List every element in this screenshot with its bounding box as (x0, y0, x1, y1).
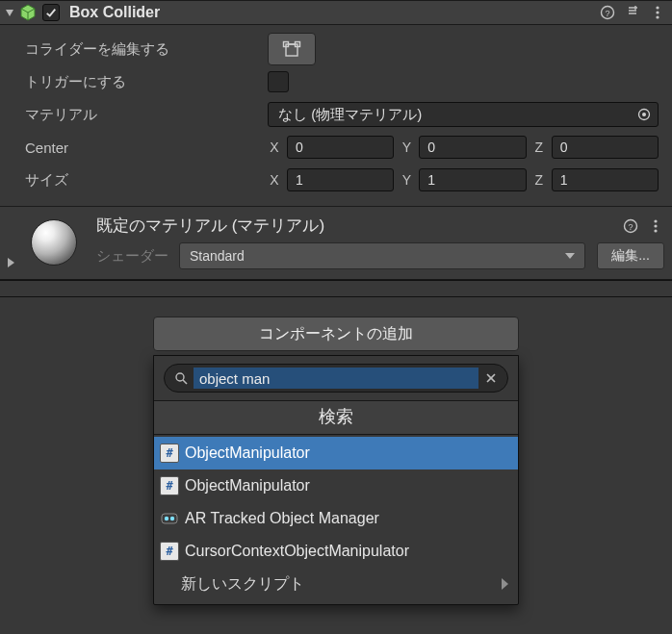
search-result[interactable]: #ObjectManipulator (154, 469, 518, 502)
axis-z-label: Z (532, 139, 546, 155)
foldout-icon[interactable] (6, 10, 13, 16)
svg-point-15 (654, 229, 657, 232)
ar-icon (160, 509, 179, 528)
svg-rect-5 (286, 44, 297, 56)
help-icon[interactable]: ? (599, 4, 616, 21)
result-label: ObjectManipulator (185, 444, 310, 462)
search-bar (164, 364, 508, 393)
svg-rect-20 (162, 514, 177, 523)
csharp-script-icon: # (160, 542, 179, 561)
search-results: #ObjectManipulator#ObjectManipulatorAR T… (154, 435, 518, 604)
svg-line-17 (183, 380, 187, 384)
size-x-field[interactable]: 1 (287, 168, 394, 191)
edit-shader-button[interactable]: 編集... (597, 242, 664, 269)
svg-point-13 (654, 219, 657, 222)
chevron-right-icon (502, 578, 508, 590)
result-label: AR Tracked Object Manager (185, 510, 379, 527)
chevron-down-icon (565, 253, 575, 259)
new-script-label: 新しいスクリプト (181, 574, 304, 595)
phys-material-value: なし (物理マテリアル) (278, 106, 422, 124)
svg-point-14 (654, 224, 657, 227)
svg-text:?: ? (605, 9, 609, 18)
add-component-popup: 検索 #ObjectManipulator#ObjectManipulatorA… (153, 355, 519, 605)
component-cube-icon (19, 4, 37, 21)
search-result[interactable]: AR Tracked Object Manager (154, 502, 518, 535)
csharp-script-icon: # (160, 444, 179, 463)
search-result[interactable]: #ObjectManipulator (154, 437, 518, 469)
result-label: CursorContextObjectManipulator (185, 543, 409, 560)
new-script-row[interactable]: 新しいスクリプト (154, 568, 518, 600)
material-preview-sphere (31, 219, 77, 266)
kebab-icon[interactable] (649, 4, 666, 21)
center-x-field[interactable]: 0 (287, 136, 394, 159)
enable-checkbox[interactable] (42, 4, 60, 21)
clear-icon[interactable] (484, 371, 498, 385)
object-picker-icon[interactable] (634, 105, 654, 124)
svg-point-2 (656, 6, 659, 9)
csharp-script-icon: # (160, 476, 179, 495)
size-z-field[interactable]: 1 (552, 168, 659, 191)
separator (0, 296, 672, 297)
popup-header: 検索 (154, 400, 518, 435)
phys-material-field[interactable]: なし (物理マテリアル) (268, 102, 659, 127)
axis-x-label: X (268, 139, 281, 155)
svg-point-3 (656, 11, 659, 13)
edit-collider-label: コライダーを編集する (25, 40, 268, 59)
is-trigger-label: トリガーにする (25, 73, 268, 91)
shader-label: シェーダー (96, 247, 179, 266)
size-label: サイズ (25, 171, 268, 190)
svg-point-22 (170, 517, 174, 520)
svg-point-21 (165, 517, 168, 520)
phys-material-label: マテリアル (25, 106, 268, 124)
add-component-button[interactable]: コンポーネントの追加 (153, 317, 519, 351)
help-icon[interactable]: ? (622, 217, 639, 235)
material-section: 既定のマテリアル (マテリアル) ? シェーダー Standard 編集... (0, 206, 672, 280)
center-z-field[interactable]: 0 (552, 136, 659, 159)
is-trigger-checkbox[interactable] (268, 71, 289, 92)
center-label: Center (25, 139, 268, 156)
material-title: 既定のマテリアル (マテリアル) (85, 215, 614, 237)
box-collider-header: Box Collider ? (0, 0, 672, 25)
component-title: Box Collider (69, 4, 591, 21)
center-y-field[interactable]: 0 (419, 136, 526, 159)
shader-dropdown[interactable]: Standard (179, 242, 585, 269)
separator (0, 280, 672, 281)
preset-icon[interactable] (624, 4, 641, 21)
edit-collider-button[interactable] (268, 33, 316, 65)
material-foldout-icon[interactable] (8, 258, 14, 267)
axis-y-label: Y (400, 139, 413, 155)
size-y-field[interactable]: 1 (419, 168, 526, 191)
axis-y-label: Y (400, 172, 413, 188)
svg-point-10 (642, 113, 646, 116)
svg-point-16 (176, 373, 184, 381)
kebab-icon[interactable] (647, 217, 664, 235)
result-label: ObjectManipulator (185, 477, 310, 495)
axis-x-label: X (268, 172, 281, 188)
svg-point-4 (656, 15, 659, 18)
search-input[interactable] (194, 368, 478, 389)
svg-text:?: ? (628, 221, 633, 231)
search-result[interactable]: #CursorContextObjectManipulator (154, 535, 518, 568)
shader-value: Standard (190, 248, 245, 264)
box-collider-body: コライダーを編集する トリガーにする マテリアル なし (物理マテリアル) Ce… (0, 25, 672, 206)
search-icon (174, 371, 188, 385)
axis-z-label: Z (532, 172, 546, 188)
